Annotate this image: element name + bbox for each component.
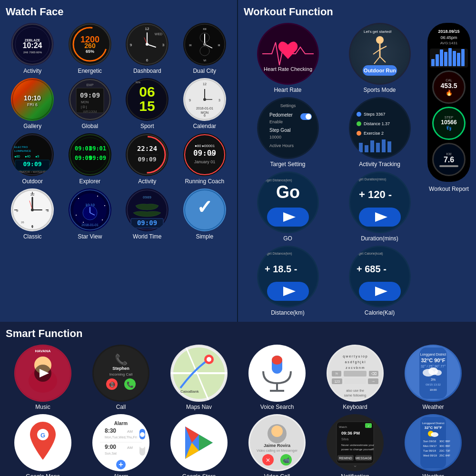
svg-point-220 xyxy=(434,370,442,376)
watch-label-starview: Star View xyxy=(78,233,102,240)
svg-text:📹: 📹 xyxy=(283,456,290,464)
svg-text:q w e r t y u i o p: q w e r t y u i o p xyxy=(343,355,367,358)
svg-text:09:09: 09:09 xyxy=(89,155,106,161)
watch-label-global: Global xyxy=(81,123,98,129)
smart-item-store: Google Store xyxy=(162,414,236,476)
svg-text:10:10: 10:10 xyxy=(24,94,41,102)
svg-text:09:09: 09:09 xyxy=(23,160,42,168)
workout-label-report: Workout Report xyxy=(429,186,469,192)
watch-item-simple: ✓ Simple xyxy=(178,188,232,240)
svg-text:Settings: Settings xyxy=(280,103,296,108)
svg-text:09:09: 09:09 xyxy=(80,91,100,99)
svg-point-102 xyxy=(83,222,84,223)
svg-point-101 xyxy=(102,219,103,220)
svg-text:9: 9 xyxy=(16,208,19,213)
svg-point-119 xyxy=(376,36,384,44)
svg-text:📞: 📞 xyxy=(127,381,134,388)
svg-text:+  685  -: + 685 - xyxy=(357,264,387,274)
svg-text:EMP: EMP xyxy=(86,83,94,87)
watch-label-running: Running Coach xyxy=(185,178,224,185)
watch-circle-dashboard: 12 3 6 9 WED xyxy=(126,23,169,66)
workout-section: Workout Function Heart xyxy=(238,0,476,322)
svg-rect-194 xyxy=(272,356,282,365)
smart-item-music: HAVANA Music xyxy=(6,345,80,410)
workout-label-calorie: Calorie(Kal) xyxy=(365,309,395,316)
svg-text:VI: VI xyxy=(203,59,206,62)
svg-text:19:00: 19:00 xyxy=(429,388,437,391)
svg-text:3: 3 xyxy=(47,208,49,213)
watch-item-gallery: 10:10 FRI 6 Gallery xyxy=(6,78,60,129)
svg-text:●9: ●9 xyxy=(35,155,39,158)
smart-item-keyboard: q w e r t y u i o p a s d f g h j k l z … xyxy=(318,345,392,410)
svg-text:📞: 📞 xyxy=(115,353,128,366)
report-date: 2018.09/15 xyxy=(438,29,459,35)
svg-point-100 xyxy=(76,215,77,216)
smart-label-maps: Maps Nav xyxy=(186,404,212,410)
svg-text:Heart Rate Checking: Heart Rate Checking xyxy=(263,66,312,72)
smart-circle-googlemaps: G xyxy=(14,414,71,471)
watch-circle-activity2: 22:24 09:09 xyxy=(126,133,169,176)
svg-text:●80  ▸00001: ●80 ▸00001 xyxy=(195,144,215,148)
svg-point-239 xyxy=(140,444,145,448)
svg-rect-144 xyxy=(359,143,363,152)
svg-text:12: 12 xyxy=(145,27,149,31)
smart-label-store: Google Store xyxy=(182,473,216,476)
workout-circle-target: Settings Pedometer Enable Step Goal 1000… xyxy=(257,97,319,159)
svg-text:power to change yourself!: power to change yourself! xyxy=(341,448,374,451)
workout-item-duration: Target Duration(mins) + 120 - Duration(m… xyxy=(336,171,424,242)
svg-text:Target Duration(mins): Target Duration(mins) xyxy=(354,178,386,181)
smart-label-music: Music xyxy=(35,404,50,410)
smart-item-weather: Longgand District 32°C 90°F 32° / 25° 90… xyxy=(396,345,470,410)
workout-circle-distance: Target Distance(km) + 18.5 - xyxy=(257,246,319,307)
svg-text:Go: Go xyxy=(276,182,300,202)
smart-item-notification: Watch ✓ 09:36 PM Silva Never underestima… xyxy=(318,414,392,476)
workout-circle-duration: Target Duration(mins) + 120 - xyxy=(349,171,411,233)
svg-text:Mon,Tue,Wed,Thu,Fri: Mon,Tue,Wed,Thu,Fri xyxy=(105,436,137,439)
smart-item-maps: CaixaBank Maps Nav xyxy=(162,345,236,410)
workout-item-tracking: Steps 3367 Distance 1.37 Exercise 2 xyxy=(336,97,424,168)
watch-circle-calendar: 12 3 6 9 2016-01-01 MON xyxy=(183,78,226,121)
svg-point-140 xyxy=(357,121,361,126)
watch-circle-dual: XII III VI IX xyxy=(183,23,226,66)
svg-text:✓: ✓ xyxy=(197,197,213,218)
svg-text:+: + xyxy=(119,460,123,468)
workout-item-go: Target Distance(km) Go GO xyxy=(244,171,332,242)
watch-label-calendar: Calendar xyxy=(193,123,216,129)
svg-rect-145 xyxy=(365,145,368,152)
svg-point-93 xyxy=(31,208,34,211)
watch-item-dashboard: 12 3 6 9 WED Dashboard xyxy=(120,23,174,74)
svg-text:9: 9 xyxy=(189,99,191,102)
svg-text:0989: 0989 xyxy=(143,195,151,199)
svg-point-133 xyxy=(306,114,311,119)
svg-text:?!: ?! xyxy=(335,372,338,376)
svg-text:HAVANA: HAVANA xyxy=(35,349,50,353)
watch-item-activity2: 22:24 09:09 Activity xyxy=(120,133,174,185)
watch-label-gallery: Gallery xyxy=(23,123,41,129)
smart-circle-store xyxy=(170,414,228,471)
workout-circle-heartrate: Heart Rate Checking xyxy=(257,23,319,85)
watch-circle-activity: ZEBLAZE 10:24 246 7005 60% xyxy=(11,23,54,66)
svg-text:Incoming Call: Incoming Call xyxy=(109,372,133,377)
svg-text:246: 246 xyxy=(23,51,29,54)
svg-rect-146 xyxy=(370,140,374,152)
svg-text:00: 00 xyxy=(210,152,215,157)
svg-text:Enable: Enable xyxy=(269,119,283,124)
smart-item-googlemaps: G Google Maps xyxy=(6,414,80,476)
svg-text:09:36 PM: 09:36 PM xyxy=(341,431,360,436)
svg-text:32°C  90°F: 32°C 90°F xyxy=(424,426,442,430)
watch-label-classic: Classic xyxy=(23,233,42,240)
svg-rect-203 xyxy=(344,371,367,377)
svg-text:Tue 09/18: Tue 09/18 xyxy=(423,449,436,452)
svg-text:Exercise  2: Exercise 2 xyxy=(364,131,384,136)
svg-text:+  120  -: + 120 - xyxy=(359,188,392,200)
svg-text:Sun 09/16: Sun 09/16 xyxy=(423,440,436,443)
svg-text:MON: MON xyxy=(201,111,208,114)
svg-text:3: 3 xyxy=(162,43,165,47)
svg-text:ILLUMINATOR • WATER RESIST: ILLUMINATOR • WATER RESIST xyxy=(11,170,53,173)
svg-text:●80: ●80 xyxy=(14,155,20,158)
workout-label-tracking: Activity Tracking xyxy=(359,161,400,168)
watch-circle-outdoor: ELECTRO LUMINANCE ●80 ●40 ●9 09:09 ILLUM… xyxy=(11,133,54,176)
workout-item-calorie: Target Calorie(kcal) + 685 - Calorie(Kal… xyxy=(336,246,424,316)
svg-text:60%: 60% xyxy=(36,51,42,54)
smart-circle-weatherdetail: Longgand District 32°C 90°F Sun 09/16 Mo… xyxy=(405,414,462,471)
